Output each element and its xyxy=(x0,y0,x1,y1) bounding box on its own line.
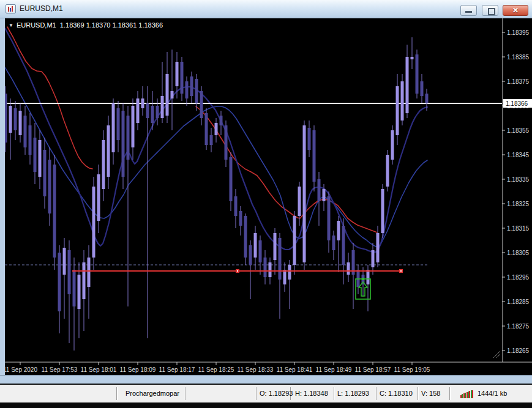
candle xyxy=(269,262,272,277)
symbol-dropdown-icon[interactable]: ▼ xyxy=(9,23,13,28)
restore-icon xyxy=(488,8,495,15)
candle xyxy=(127,116,130,160)
candle xyxy=(48,160,51,213)
candle xyxy=(9,106,12,133)
info-low: 1.18361 xyxy=(113,21,137,29)
candle xyxy=(234,196,238,216)
candle xyxy=(215,123,218,135)
close-button[interactable]: ✕ xyxy=(503,5,528,16)
time-label[interactable]: 11 Sep 17:53 xyxy=(42,366,78,373)
candle xyxy=(249,245,252,265)
time-label[interactable]: 11 Sep 18:33 xyxy=(238,366,274,373)
price-label[interactable]: 1.18275 xyxy=(507,323,530,330)
time-label[interactable]: 11 Sep 2020 xyxy=(5,366,37,373)
network-status-icon xyxy=(460,390,474,398)
info-close: 1.18366 xyxy=(138,21,163,29)
candle xyxy=(332,236,335,250)
price-label[interactable]: 1.18375 xyxy=(507,78,530,85)
candle xyxy=(137,98,140,123)
trendline-marker-center xyxy=(237,270,238,272)
time-label[interactable]: 11 Sep 19:05 xyxy=(394,366,430,373)
time-label[interactable]: 11 Sep 18:01 xyxy=(81,366,117,373)
chart-window-icon xyxy=(6,4,16,13)
candle xyxy=(107,125,110,177)
candle xyxy=(391,130,394,160)
price-label[interactable]: 1.18305 xyxy=(507,250,530,256)
candle xyxy=(88,258,91,287)
candle xyxy=(53,165,56,258)
candle xyxy=(396,86,399,135)
chart-area[interactable]: 1.183951.183851.183751.183651.183551.183… xyxy=(5,18,532,375)
network-traffic: 1444/1 kb xyxy=(478,390,507,397)
candle xyxy=(176,62,179,86)
price-label[interactable]: 1.18335 xyxy=(507,176,530,183)
price-label[interactable]: 1.18315 xyxy=(507,225,530,232)
candle xyxy=(117,108,120,140)
time-label[interactable]: 11 Sep 18:09 xyxy=(120,366,156,373)
candle xyxy=(381,189,384,233)
candle xyxy=(230,157,233,201)
candle xyxy=(337,221,340,240)
candle xyxy=(308,128,311,150)
time-label[interactable]: 11 Sep 18:17 xyxy=(159,366,195,373)
candle xyxy=(14,108,17,130)
status-divider xyxy=(376,387,377,400)
price-label[interactable]: 1.18295 xyxy=(507,274,530,281)
candle xyxy=(161,96,164,118)
candle xyxy=(73,270,76,306)
price-label[interactable]: 1.18345 xyxy=(507,152,530,158)
candle xyxy=(293,216,296,265)
candle xyxy=(5,94,7,143)
candle xyxy=(313,130,316,182)
candle xyxy=(259,240,262,262)
status-divider xyxy=(449,387,451,400)
status-divider xyxy=(116,387,118,400)
candle xyxy=(39,140,42,177)
candle xyxy=(328,196,331,240)
candle xyxy=(181,62,184,94)
info-high: 1.18370 xyxy=(86,21,111,29)
candle xyxy=(283,270,287,284)
price-label[interactable]: 1.18325 xyxy=(507,201,530,207)
time-label[interactable]: 11 Sep 18:41 xyxy=(277,366,313,373)
title-bar[interactable]: EURUSD,M1 ✕ xyxy=(0,0,532,18)
price-label[interactable]: 1.18285 xyxy=(507,299,530,305)
candle xyxy=(122,111,125,177)
price-label[interactable]: 1.18265 xyxy=(507,347,530,354)
time-label[interactable]: 11 Sep 18:49 xyxy=(316,366,352,373)
candle xyxy=(264,258,267,277)
status-high: H: 1.18348 xyxy=(295,390,328,397)
price-label[interactable]: 1.18355 xyxy=(507,127,530,134)
candle xyxy=(19,111,22,135)
candle xyxy=(254,233,257,258)
candle xyxy=(411,57,414,59)
candle xyxy=(274,233,277,260)
price-label[interactable]: 1.18395 xyxy=(507,29,530,36)
status-low: L: 1.18293 xyxy=(337,390,369,397)
candle xyxy=(24,116,27,147)
ohlc-info-line: ▼EURUSD,M1 1.18369 1.18370 1.18361 1.183… xyxy=(9,21,163,29)
candle xyxy=(421,81,424,96)
mt4-window: EURUSD,M1 ✕ 1.183951.183851.183751.18365… xyxy=(0,0,532,408)
chart-canvas[interactable]: 1.183951.183851.183751.183651.183551.183… xyxy=(5,18,532,375)
minimize-button[interactable] xyxy=(460,5,477,16)
time-label[interactable]: 11 Sep 18:25 xyxy=(198,366,234,373)
status-divider xyxy=(185,387,186,400)
price-label[interactable]: 1.18385 xyxy=(507,54,530,61)
window-title: EURUSD,M1 xyxy=(20,4,63,13)
trendline-marker-center xyxy=(400,270,402,272)
candle xyxy=(34,138,37,172)
window-frame-strip xyxy=(0,375,532,384)
candle xyxy=(146,103,149,118)
candle xyxy=(200,91,203,118)
status-divider xyxy=(334,387,335,400)
candle xyxy=(29,125,32,155)
candle xyxy=(425,94,429,103)
status-open: O: 1.18293 xyxy=(260,390,293,397)
candle xyxy=(83,262,86,299)
status-divider xyxy=(418,387,419,400)
restore-button[interactable] xyxy=(482,5,498,16)
candle xyxy=(205,113,208,145)
candle xyxy=(58,253,61,311)
time-label[interactable]: 11 Sep 18:57 xyxy=(355,366,391,373)
